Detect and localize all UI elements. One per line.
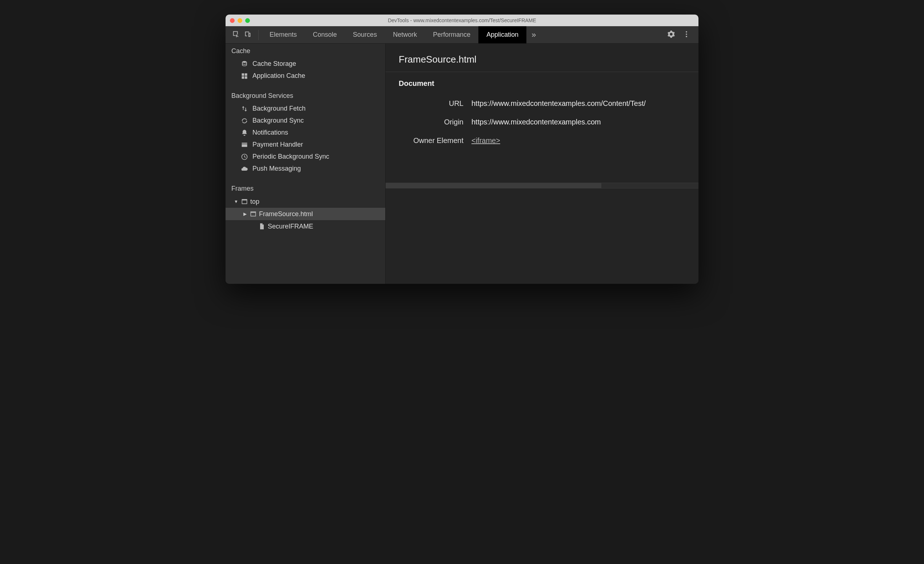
window-title: DevTools - www.mixedcontentexamples.com/… — [225, 18, 699, 23]
cloud-icon — [240, 165, 249, 172]
page-title: FrameSource.html — [386, 44, 699, 72]
section-background-services: Background Services — [225, 88, 385, 103]
minimize-window-button[interactable] — [237, 18, 242, 23]
sidebar-item-label: Background Fetch — [252, 105, 306, 112]
row-url: URL https://www.mixedcontentexamples.com… — [386, 94, 699, 113]
sidebar-item-payment-handler[interactable]: Payment Handler — [225, 139, 385, 151]
more-options-button[interactable] — [682, 30, 690, 40]
bell-icon — [240, 129, 249, 136]
clock-icon — [240, 153, 249, 160]
svg-point-1 — [686, 33, 687, 35]
section-document: Document — [386, 72, 699, 94]
tab-console[interactable]: Console — [305, 26, 345, 43]
window-icon — [241, 198, 248, 205]
chevron-right-icon: ▶ — [242, 212, 248, 216]
device-toolbar-icon[interactable] — [244, 30, 252, 40]
label-url: URL — [399, 99, 471, 108]
value-owner-element[interactable]: <iframe> — [471, 136, 686, 145]
sidebar-item-label: Background Sync — [252, 117, 304, 124]
row-origin: Origin https://www.mixedcontentexamples.… — [386, 113, 699, 131]
horizontal-scrollbar[interactable] — [386, 183, 699, 189]
chevron-down-icon: ▼ — [234, 199, 238, 204]
kebab-icon — [682, 30, 690, 38]
close-window-button[interactable] — [230, 18, 235, 23]
sidebar-item-background-fetch[interactable]: Background Fetch — [225, 103, 385, 115]
label-owner-element: Owner Element — [399, 136, 471, 145]
gear-icon — [667, 30, 675, 38]
sidebar-item-background-sync[interactable]: Background Sync — [225, 115, 385, 127]
zoom-window-button[interactable] — [245, 18, 250, 23]
sidebar-item-label: Cache Storage — [252, 60, 296, 68]
sidebar-item-label: Notifications — [252, 129, 288, 136]
arrows-updown-icon — [240, 105, 249, 112]
sidebar-item-cache-storage[interactable]: Cache Storage — [225, 58, 385, 70]
svg-point-3 — [242, 61, 247, 63]
tab-performance[interactable]: Performance — [425, 26, 478, 43]
sidebar-item-label: Payment Handler — [252, 141, 303, 148]
tab-network[interactable]: Network — [385, 26, 425, 43]
sidebar-item-label: Application Cache — [252, 72, 305, 80]
separator — [258, 30, 259, 40]
chevron-double-right-icon: » — [531, 30, 536, 40]
card-icon — [240, 141, 249, 148]
application-sidebar: Cache Cache Storage Application Cache Ba… — [225, 44, 386, 284]
file-icon — [258, 223, 266, 230]
content: Cache Cache Storage Application Cache Ba… — [225, 44, 699, 284]
toolbar: Elements Console Sources Network Perform… — [225, 26, 699, 44]
inspect-element-icon[interactable] — [232, 30, 240, 40]
titlebar: DevTools - www.mixedcontentexamples.com/… — [225, 15, 699, 26]
devtools-window: DevTools - www.mixedcontentexamples.com/… — [225, 15, 699, 284]
section-frames: Frames — [225, 181, 385, 195]
tree-item-framesource[interactable]: ▶ FrameSource.html — [225, 208, 385, 220]
sidebar-item-notifications[interactable]: Notifications — [225, 127, 385, 139]
sidebar-item-label: Push Messaging — [252, 165, 301, 172]
section-cache: Cache — [225, 44, 385, 58]
sidebar-item-label: Periodic Background Sync — [252, 153, 329, 160]
tree-item-secureiframe[interactable]: SecureIFRAME — [225, 220, 385, 232]
tree-item-label: FrameSource.html — [259, 210, 313, 218]
value-url: https://www.mixedcontentexamples.com/Con… — [471, 99, 686, 108]
tab-application[interactable]: Application — [478, 26, 526, 43]
sidebar-item-application-cache[interactable]: Application Cache — [225, 70, 385, 82]
sidebar-item-periodic-background-sync[interactable]: Periodic Background Sync — [225, 151, 385, 163]
database-icon — [240, 60, 249, 68]
tab-sources[interactable]: Sources — [345, 26, 385, 43]
label-origin: Origin — [399, 118, 471, 126]
window-icon — [249, 210, 257, 218]
value-origin: https://www.mixedcontentexamples.com — [471, 118, 686, 126]
row-owner-element: Owner Element <iframe> — [386, 131, 699, 150]
svg-point-0 — [686, 31, 687, 32]
sidebar-item-push-messaging[interactable]: Push Messaging — [225, 163, 385, 175]
more-tabs-button[interactable]: » — [526, 26, 541, 43]
traffic-lights — [230, 18, 250, 23]
tree-item-label: SecureIFRAME — [268, 223, 313, 230]
tab-strip: Elements Console Sources Network Perform… — [261, 26, 666, 43]
scrollbar-thumb[interactable] — [386, 183, 602, 188]
tree-item-label: top — [250, 198, 260, 206]
grid-icon — [240, 72, 249, 80]
settings-button[interactable] — [667, 30, 675, 40]
svg-point-2 — [686, 36, 687, 37]
tab-elements[interactable]: Elements — [261, 26, 305, 43]
tree-item-top[interactable]: ▼ top — [225, 195, 385, 208]
sync-icon — [240, 117, 249, 124]
frame-detail-panel: FrameSource.html Document URL https://ww… — [386, 44, 699, 284]
